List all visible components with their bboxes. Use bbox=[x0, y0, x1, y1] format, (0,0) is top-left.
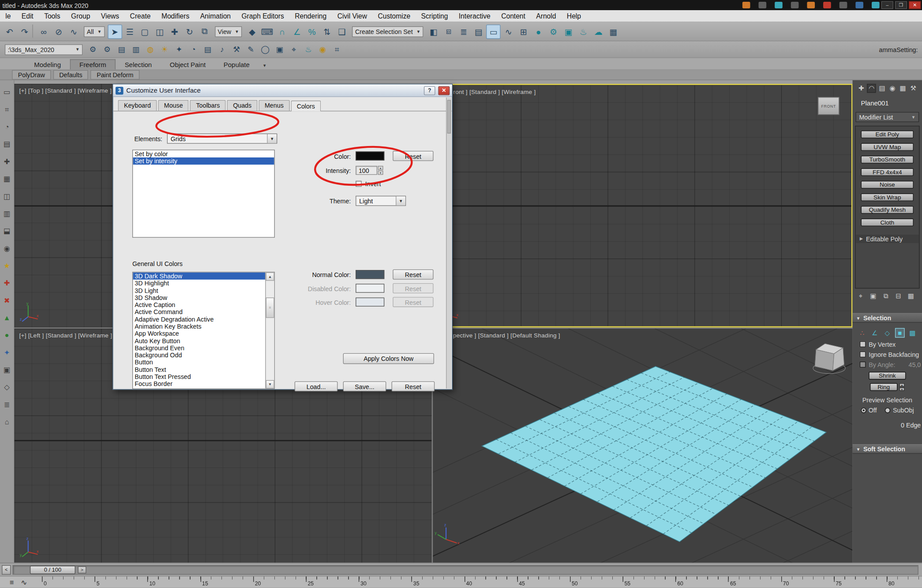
menu-item[interactable]: Scripting bbox=[416, 12, 453, 19]
open-mini-curve-editor-icon[interactable]: ≡ bbox=[10, 578, 14, 586]
menu-item[interactable]: Create bbox=[124, 12, 156, 19]
list-item[interactable]: Animation Key Brackets bbox=[133, 322, 265, 330]
hierarchy-tab-icon[interactable]: ▤ bbox=[877, 84, 886, 93]
radio-dot[interactable] bbox=[885, 408, 890, 413]
create-selection-set-dropdown[interactable]: Create Selection Set▼ bbox=[352, 26, 424, 37]
menu-item[interactable]: Arnold bbox=[531, 12, 562, 19]
left-toolbar-icon[interactable]: ⬓ bbox=[2, 226, 12, 236]
dialog-titlebar[interactable]: 3 Customize User Interface ? ✕ bbox=[113, 84, 452, 97]
left-toolbar-icon[interactable]: ▥ bbox=[2, 209, 12, 219]
select-object-icon[interactable]: ➤ bbox=[108, 24, 122, 39]
undo-icon[interactable]: ↶ bbox=[2, 24, 17, 39]
list-item[interactable]: Button Text Pressed bbox=[133, 373, 265, 380]
left-toolbar-icon[interactable]: ≣ bbox=[2, 400, 12, 410]
left-toolbar-icon[interactable]: ◉ bbox=[2, 243, 12, 253]
show-end-result-icon[interactable]: ▣ bbox=[869, 292, 877, 300]
list-item[interactable]: App Workspace bbox=[133, 330, 265, 337]
left-toolbar-icon[interactable]: ✦ bbox=[2, 348, 12, 357]
schematic-view-icon[interactable]: ⊞ bbox=[516, 24, 531, 39]
modifier-stack-item[interactable]: TurboSmooth bbox=[861, 156, 914, 164]
motion-tab-icon[interactable]: ◉ bbox=[888, 84, 897, 93]
close-icon[interactable]: ✕ bbox=[438, 86, 450, 95]
dialog-tab[interactable]: Colors bbox=[291, 101, 321, 111]
sun-icon[interactable]: ☀ bbox=[158, 43, 171, 56]
helper-icon[interactable]: ◔ bbox=[187, 43, 200, 56]
border-icon[interactable]: ◇ bbox=[882, 328, 892, 338]
close-button[interactable]: ✕ bbox=[909, 1, 921, 9]
select-and-scale-icon[interactable]: ⧉ bbox=[197, 24, 212, 39]
list-item[interactable]: 3D Light bbox=[133, 287, 265, 294]
left-toolbar-icon[interactable]: ✚ bbox=[2, 157, 12, 167]
ribbon-tab[interactable]: Object Paint bbox=[161, 60, 214, 70]
ribbon-caret-icon[interactable]: ▾ bbox=[259, 62, 270, 70]
maximize-button[interactable]: ❒ bbox=[895, 1, 907, 9]
left-toolbar-icon[interactable]: ▦ bbox=[2, 174, 12, 184]
list-item[interactable]: 3D Highlight bbox=[133, 280, 265, 287]
titlebar-app-icon[interactable] bbox=[840, 2, 847, 8]
menu-item[interactable]: Rendering bbox=[289, 12, 332, 19]
titlebar-app-icon[interactable] bbox=[872, 2, 880, 8]
left-toolbar-icon[interactable]: ▤ bbox=[2, 139, 12, 149]
viewport-top-label[interactable]: [+] [Top ] [Standard ] [Wireframe ] bbox=[19, 87, 112, 94]
dialog-tab[interactable]: Quads bbox=[227, 100, 258, 111]
star-icon[interactable]: ✦ bbox=[172, 43, 186, 56]
remove-modifier-icon[interactable]: ⊟ bbox=[894, 292, 903, 300]
base-object-row[interactable]: ▶ Editable Poly bbox=[855, 235, 919, 243]
left-toolbar-icon[interactable]: ◫ bbox=[2, 191, 12, 201]
grid-color-swatch[interactable] bbox=[356, 151, 384, 160]
viewport-perspective[interactable]: erspective ] [Standard ] [Default Shadin… bbox=[433, 329, 852, 563]
chevron-down-icon[interactable]: ▼ bbox=[267, 134, 277, 143]
load-button[interactable]: Load... bbox=[295, 381, 338, 391]
object-name-field[interactable]: Plane001 bbox=[861, 99, 922, 106]
modifier-stack-item[interactable]: Edit Poly bbox=[861, 131, 914, 139]
menu-item[interactable]: Modifiers bbox=[156, 12, 195, 19]
pin-stack-icon[interactable]: ⌖ bbox=[856, 292, 865, 300]
list-item[interactable]: Adaptive Degradation Active bbox=[133, 315, 265, 322]
titlebar-app-icon[interactable] bbox=[758, 2, 766, 8]
left-toolbar-icon[interactable]: ⌗ bbox=[2, 105, 12, 114]
normal-color-swatch[interactable] bbox=[356, 270, 384, 279]
left-toolbar-icon[interactable]: ✖ bbox=[2, 296, 12, 305]
titlebar-app-icon[interactable] bbox=[791, 2, 799, 8]
menu-item[interactable]: Content bbox=[496, 12, 531, 19]
bulb-icon[interactable]: ◉ bbox=[316, 43, 330, 56]
list-item[interactable]: Active Caption bbox=[133, 301, 265, 308]
left-toolbar-icon[interactable]: ⌂ bbox=[2, 417, 12, 427]
utilities-tab-icon[interactable]: ⚒ bbox=[909, 84, 918, 93]
theme-dropdown[interactable]: Light ▼ bbox=[356, 196, 406, 206]
render-setup-icon[interactable]: ⚙ bbox=[546, 24, 561, 39]
time-slider-handle[interactable]: 0 / 100 bbox=[30, 566, 75, 574]
ribbon-tab[interactable]: Populate bbox=[214, 60, 259, 70]
normal-color-reset-button[interactable]: Reset bbox=[393, 270, 433, 280]
ribbon-toggle-icon[interactable]: ▭ bbox=[487, 24, 501, 39]
bind-to-space-warp-icon[interactable]: ∿ bbox=[67, 24, 81, 39]
titlebar-app-icon[interactable] bbox=[823, 2, 831, 8]
left-toolbar-icon[interactable]: ✚ bbox=[2, 278, 12, 288]
intensity-spinner[interactable]: ▲▼ bbox=[378, 166, 383, 175]
radio-dot[interactable] bbox=[861, 408, 866, 413]
modifier-stack-item[interactable]: Cloth bbox=[861, 218, 914, 226]
list-item[interactable]: Button Text bbox=[133, 366, 265, 373]
left-toolbar-icon[interactable]: ◔ bbox=[2, 122, 12, 132]
color-scheme-list[interactable]: Set by colorSet by intensity bbox=[132, 150, 275, 237]
ring-spinner[interactable]: ▲▼ bbox=[899, 383, 904, 391]
list-item[interactable]: Background Odd bbox=[133, 352, 265, 359]
grid-helper-icon[interactable]: ⌗ bbox=[330, 43, 344, 56]
help-button[interactable]: ? bbox=[424, 86, 435, 95]
titlebar-app-icon[interactable] bbox=[775, 2, 783, 8]
menu-item[interactable]: Animation bbox=[195, 12, 236, 19]
ribbon-tab[interactable]: Modeling bbox=[25, 60, 70, 70]
invert-checkbox[interactable] bbox=[356, 181, 362, 187]
sound-icon[interactable]: ♪ bbox=[216, 43, 229, 56]
titlebar-app-icon[interactable] bbox=[742, 2, 750, 8]
menu-item[interactable]: le bbox=[0, 12, 16, 19]
ignore-backfacing-checkbox[interactable]: Ignore Backfacing bbox=[860, 351, 922, 358]
checkbox-box[interactable] bbox=[860, 341, 866, 348]
teapot-icon[interactable]: ♨ bbox=[302, 43, 315, 56]
render-production-icon[interactable]: ♨ bbox=[576, 24, 591, 39]
separator[interactable] bbox=[32, 24, 36, 37]
list-item[interactable]: Set by intensity bbox=[133, 157, 274, 165]
viewcube[interactable]: FRONT bbox=[818, 97, 840, 115]
left-toolbar-icon[interactable]: ▭ bbox=[2, 87, 12, 97]
named-selection-sets-icon[interactable]: ❑ bbox=[335, 24, 349, 39]
